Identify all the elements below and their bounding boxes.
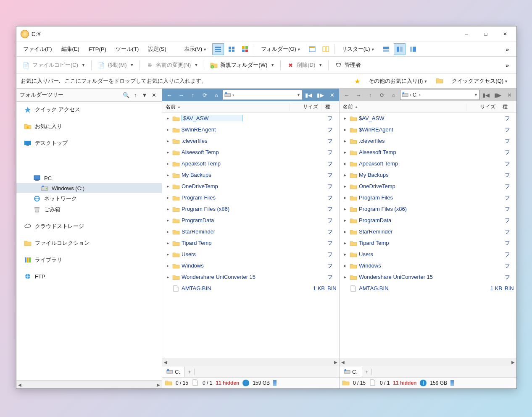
- expand-icon[interactable]: ▸: [342, 218, 348, 223]
- file-row[interactable]: ▸ProgramDataフ: [162, 215, 339, 226]
- up-icon[interactable]: ↑: [131, 92, 140, 98]
- file-row[interactable]: ▸Tipard Tempフ: [162, 237, 339, 249]
- expand-icon[interactable]: ▸: [165, 173, 171, 177]
- expand-icon[interactable]: ▸: [165, 275, 171, 279]
- expand-icon[interactable]: ▸: [165, 184, 171, 189]
- expand-icon[interactable]: ▸: [342, 184, 348, 189]
- up-icon[interactable]: ↑: [365, 90, 376, 100]
- tab[interactable]: C:: [162, 367, 185, 377]
- nav-next-icon[interactable]: ▮▶: [315, 90, 326, 100]
- expand-icon[interactable]: ▸: [342, 229, 348, 234]
- file-row[interactable]: ▸OneDriveTempフ: [162, 181, 339, 192]
- forward-icon[interactable]: →: [176, 90, 187, 100]
- overflow2-icon[interactable]: »: [501, 62, 514, 68]
- file-row[interactable]: ▸.cleverfilesフ: [340, 135, 516, 147]
- expand-icon[interactable]: ▸: [342, 161, 348, 166]
- view-mode-details-icon[interactable]: [212, 43, 224, 55]
- file-row[interactable]: ▸Windowsフ: [340, 260, 516, 271]
- add-tab-button[interactable]: +: [362, 369, 372, 375]
- tree-scrollbar[interactable]: ◀▶: [16, 380, 162, 388]
- titlebar[interactable]: C:¥ – □ ✕: [16, 26, 516, 42]
- expand-icon[interactable]: ▸: [342, 275, 348, 279]
- expand-icon[interactable]: ▸: [342, 252, 348, 257]
- expand-icon[interactable]: ▸: [342, 150, 348, 155]
- file-row[interactable]: ▸Windowsフ: [162, 260, 339, 271]
- menu-ftp[interactable]: FTP(P): [84, 44, 111, 55]
- expand-icon[interactable]: ▸: [342, 127, 348, 132]
- file-row[interactable]: ▸My Backupsフ: [162, 169, 339, 181]
- other-favorites[interactable]: その他のお気に入り(I)▼: [364, 75, 432, 87]
- expand-icon[interactable]: ▸: [165, 161, 171, 166]
- list-scrollbar[interactable]: ◀▶: [162, 358, 339, 366]
- close-panel-icon[interactable]: ✕: [327, 90, 337, 100]
- menu-edit[interactable]: 編集(E): [57, 43, 84, 55]
- quick-access[interactable]: クイックアクセス(Q)▼: [448, 75, 512, 87]
- file-row[interactable]: ▸Program Files (x86)フ: [340, 203, 516, 215]
- close-tree-icon[interactable]: ✕: [149, 92, 158, 98]
- expand-icon[interactable]: ▸: [342, 241, 348, 245]
- file-row[interactable]: ▸Program Filesフ: [162, 192, 339, 203]
- close-panel-icon[interactable]: ✕: [504, 90, 515, 100]
- move-button[interactable]: 📄移動(M)▼: [94, 60, 137, 71]
- col-type[interactable]: 種: [322, 103, 339, 110]
- file-row[interactable]: ▸.cleverfilesフ: [162, 135, 339, 147]
- expand-icon[interactable]: ▸: [165, 218, 171, 223]
- add-tab-button[interactable]: +: [185, 369, 195, 375]
- tab[interactable]: C:: [340, 367, 362, 377]
- maximize-button[interactable]: □: [476, 27, 495, 41]
- tree-node[interactable]: ライブラリ: [16, 254, 162, 265]
- expand-icon[interactable]: ▸: [165, 241, 171, 245]
- rename-button[interactable]: 🖶名前の変更(N)▼: [142, 60, 201, 71]
- folder-tree[interactable]: クイック アクセスお気に入りデスクトップPCWindows (C:)ネットワーク…: [16, 102, 162, 380]
- file-row[interactable]: ▸OneDriveTempフ: [340, 181, 516, 192]
- home-icon[interactable]: ⌂: [388, 90, 399, 100]
- col-name[interactable]: 名前 ▲: [162, 103, 290, 110]
- copy-button[interactable]: 📄ファイルコピー(C)▼: [19, 60, 89, 71]
- file-row[interactable]: ▸Program Filesフ: [340, 192, 516, 203]
- refresh-icon[interactable]: ⟳: [377, 90, 387, 100]
- file-row[interactable]: ▸ProgramDataフ: [340, 215, 516, 226]
- menu-folder[interactable]: フォルダー(O)▼: [257, 43, 305, 55]
- column-header[interactable]: 名前 ▲サイズ種: [340, 101, 516, 113]
- tree-node[interactable]: ごみ箱: [16, 204, 162, 215]
- refresh-icon[interactable]: ⟳: [199, 90, 210, 100]
- lister-vert-icon[interactable]: [394, 43, 406, 55]
- file-row[interactable]: ▸Program Files (x86)フ: [162, 203, 339, 215]
- file-row[interactable]: ▸StarReminderフ: [162, 226, 339, 237]
- expand-icon[interactable]: ▸: [342, 116, 348, 121]
- lister-horiz-icon[interactable]: [380, 43, 392, 55]
- tree-node[interactable]: FTP: [16, 271, 162, 281]
- view-mode-list-icon[interactable]: [226, 43, 237, 55]
- tree-node[interactable]: PC: [16, 173, 162, 183]
- search-icon[interactable]: 🔍: [121, 92, 131, 98]
- view-mode-thumb-icon[interactable]: [239, 43, 251, 55]
- expand-icon[interactable]: ▸: [165, 252, 171, 257]
- path-bar[interactable]: ›▼: [223, 90, 302, 100]
- file-row[interactable]: AMTAG.BIN1 KBBIN: [162, 283, 339, 294]
- expand-icon[interactable]: ▸: [342, 207, 348, 211]
- close-button[interactable]: ✕: [495, 27, 515, 41]
- menu-tools[interactable]: ツール(T): [111, 43, 143, 55]
- expand-icon[interactable]: ▸: [165, 127, 171, 132]
- menu-settings[interactable]: 設定(S): [144, 43, 170, 55]
- minimize-button[interactable]: –: [457, 27, 476, 41]
- expand-icon[interactable]: ▸: [165, 139, 171, 143]
- list-scrollbar[interactable]: ◀▶: [340, 358, 516, 366]
- file-row[interactable]: ▸$WinREAgentフ: [340, 124, 516, 135]
- menu-view[interactable]: 表示(V)▼: [180, 43, 211, 55]
- path-bar[interactable]: ›C:›▼: [400, 90, 479, 100]
- tree-node[interactable]: Windows (C:): [16, 183, 162, 193]
- panel-single-icon[interactable]: [306, 43, 318, 55]
- menu-lister[interactable]: リスター(L)▼: [337, 43, 379, 55]
- nav-prev-icon[interactable]: ▮◀: [480, 90, 491, 100]
- back-icon[interactable]: ←: [341, 90, 352, 100]
- col-type[interactable]: 種: [499, 103, 516, 110]
- file-row[interactable]: ▸$WinREAgentフ: [162, 124, 339, 135]
- expand-icon[interactable]: ▸: [342, 173, 348, 177]
- file-row[interactable]: ▸Apeaksoft Tempフ: [162, 158, 339, 169]
- back-icon[interactable]: ←: [164, 90, 175, 100]
- up-icon[interactable]: ↑: [187, 90, 198, 100]
- file-row[interactable]: ▸$AV_ASWフ: [162, 113, 339, 124]
- file-row[interactable]: ▸My Backupsフ: [340, 169, 516, 181]
- info-icon[interactable]: i: [420, 380, 427, 386]
